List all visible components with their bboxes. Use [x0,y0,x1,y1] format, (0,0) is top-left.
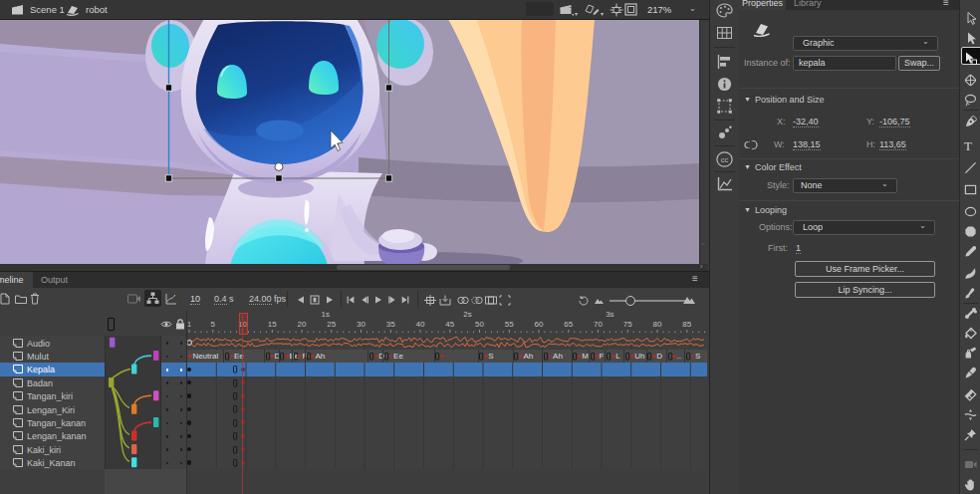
svg-text:cc: cc [721,155,729,164]
